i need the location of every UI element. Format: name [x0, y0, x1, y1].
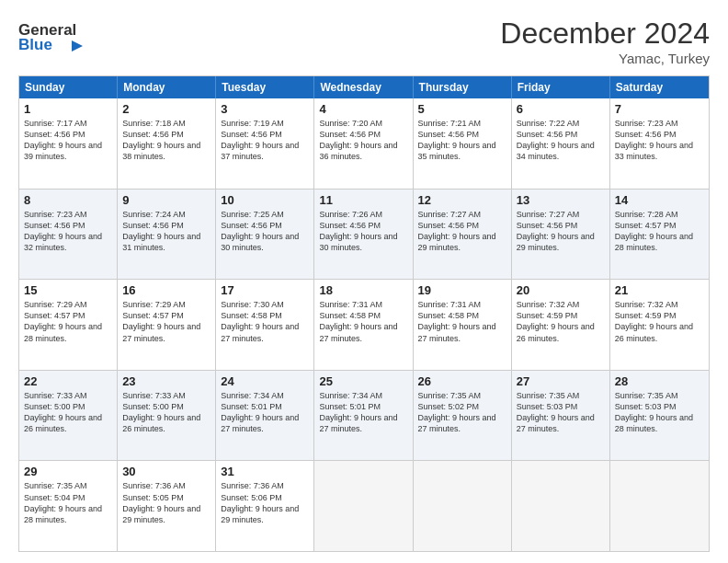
cell-dec31: 31 Sunrise: 7:36 AMSunset: 5:06 PMDaylig…: [216, 461, 314, 551]
cell-dec24: 24 Sunrise: 7:34 AMSunset: 5:01 PMDaylig…: [216, 371, 314, 461]
cell-dec16: 16 Sunrise: 7:29 AMSunset: 4:57 PMDaylig…: [118, 280, 216, 370]
cell-dec21: 21 Sunrise: 7:32 AMSunset: 4:59 PMDaylig…: [610, 280, 709, 370]
cell-dec23: 23 Sunrise: 7:33 AMSunset: 5:00 PMDaylig…: [118, 371, 216, 461]
week-1: 1 Sunrise: 7:17 AMSunset: 4:56 PMDayligh…: [19, 98, 709, 190]
header-tuesday: Tuesday: [216, 76, 314, 98]
cell-dec30: 30 Sunrise: 7:36 AMSunset: 5:05 PMDaylig…: [118, 461, 216, 551]
cell-dec8: 8 Sunrise: 7:23 AMSunset: 4:56 PMDayligh…: [19, 190, 118, 280]
header: General Blue December 2024 Yamac, Turkey: [18, 17, 710, 66]
week-4: 22 Sunrise: 7:33 AMSunset: 5:00 PMDaylig…: [19, 371, 709, 462]
cell-dec5: 5 Sunrise: 7:21 AMSunset: 4:56 PMDayligh…: [414, 98, 512, 189]
cell-dec10: 10 Sunrise: 7:25 AMSunset: 4:56 PMDaylig…: [216, 190, 314, 280]
page: General Blue December 2024 Yamac, Turkey…: [0, 0, 728, 563]
svg-marker-2: [72, 40, 83, 52]
logo-svg: General Blue: [18, 17, 115, 52]
header-sunday: Sunday: [19, 76, 118, 98]
cell-dec9: 9 Sunrise: 7:24 AMSunset: 4:56 PMDayligh…: [118, 190, 216, 280]
calendar: Sunday Monday Tuesday Wednesday Thursday…: [18, 75, 710, 552]
header-saturday: Saturday: [610, 76, 709, 98]
cell-empty-2: [414, 461, 512, 551]
week-5: 29 Sunrise: 7:35 AMSunset: 5:04 PMDaylig…: [19, 461, 709, 551]
location: Yamac, Turkey: [500, 51, 710, 66]
cell-dec4: 4 Sunrise: 7:20 AMSunset: 4:56 PMDayligh…: [314, 98, 413, 189]
cell-dec6: 6 Sunrise: 7:22 AMSunset: 4:56 PMDayligh…: [512, 98, 610, 189]
cell-dec1: 1 Sunrise: 7:17 AMSunset: 4:56 PMDayligh…: [19, 98, 118, 189]
cell-empty-3: [512, 461, 610, 551]
cell-dec20: 20 Sunrise: 7:32 AMSunset: 4:59 PMDaylig…: [512, 280, 610, 370]
cell-dec3: 3 Sunrise: 7:19 AMSunset: 4:56 PMDayligh…: [216, 98, 314, 189]
cell-dec27: 27 Sunrise: 7:35 AMSunset: 5:03 PMDaylig…: [512, 371, 610, 461]
header-monday: Monday: [118, 76, 216, 98]
cell-dec15: 15 Sunrise: 7:29 AMSunset: 4:57 PMDaylig…: [19, 280, 118, 370]
cell-dec29: 29 Sunrise: 7:35 AMSunset: 5:04 PMDaylig…: [19, 461, 118, 551]
cell-empty-4: [610, 461, 709, 551]
cell-dec19: 19 Sunrise: 7:31 AMSunset: 4:58 PMDaylig…: [414, 280, 512, 370]
cell-dec18: 18 Sunrise: 7:31 AMSunset: 4:58 PMDaylig…: [314, 280, 413, 370]
svg-text:Blue: Blue: [18, 36, 52, 52]
header-wednesday: Wednesday: [314, 76, 413, 98]
title-block: December 2024 Yamac, Turkey: [500, 17, 710, 66]
cell-dec26: 26 Sunrise: 7:35 AMSunset: 5:02 PMDaylig…: [414, 371, 512, 461]
header-friday: Friday: [512, 76, 610, 98]
cell-dec11: 11 Sunrise: 7:26 AMSunset: 4:56 PMDaylig…: [314, 190, 413, 280]
cell-dec14: 14 Sunrise: 7:28 AMSunset: 4:57 PMDaylig…: [610, 190, 709, 280]
cell-dec13: 13 Sunrise: 7:27 AMSunset: 4:56 PMDaylig…: [512, 190, 610, 280]
cell-dec12: 12 Sunrise: 7:27 AMSunset: 4:56 PMDaylig…: [414, 190, 512, 280]
calendar-body: 1 Sunrise: 7:17 AMSunset: 4:56 PMDayligh…: [19, 98, 709, 551]
cell-dec2: 2 Sunrise: 7:18 AMSunset: 4:56 PMDayligh…: [118, 98, 216, 189]
logo: General Blue: [18, 17, 115, 52]
header-thursday: Thursday: [414, 76, 512, 98]
cell-dec17: 17 Sunrise: 7:30 AMSunset: 4:58 PMDaylig…: [216, 280, 314, 370]
week-2: 8 Sunrise: 7:23 AMSunset: 4:56 PMDayligh…: [19, 190, 709, 281]
calendar-header: Sunday Monday Tuesday Wednesday Thursday…: [19, 76, 709, 98]
cell-dec28: 28 Sunrise: 7:35 AMSunset: 5:03 PMDaylig…: [610, 371, 709, 461]
cell-dec22: 22 Sunrise: 7:33 AMSunset: 5:00 PMDaylig…: [19, 371, 118, 461]
week-3: 15 Sunrise: 7:29 AMSunset: 4:57 PMDaylig…: [19, 280, 709, 371]
cell-dec7: 7 Sunrise: 7:23 AMSunset: 4:56 PMDayligh…: [610, 98, 709, 189]
month-title: December 2024: [500, 17, 710, 51]
cell-dec25: 25 Sunrise: 7:34 AMSunset: 5:01 PMDaylig…: [314, 371, 413, 461]
cell-empty-1: [314, 461, 413, 551]
